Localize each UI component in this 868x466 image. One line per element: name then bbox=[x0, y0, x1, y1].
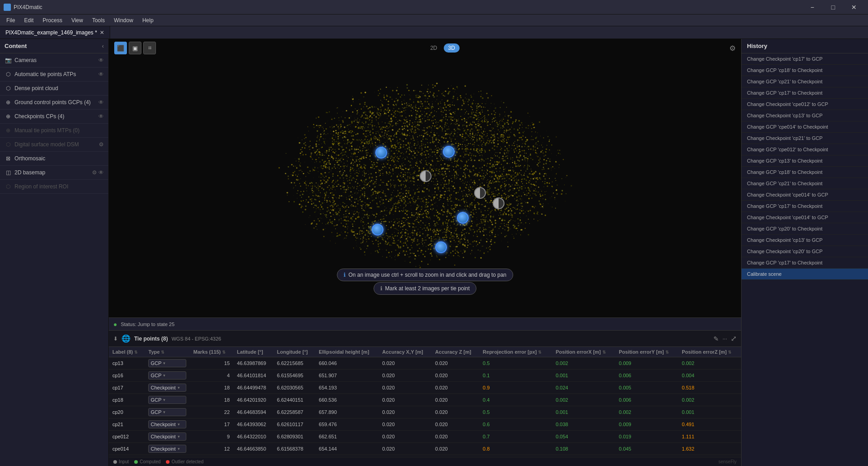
marker-gcp-5[interactable] bbox=[435, 241, 447, 253]
menu-view[interactable]: View bbox=[67, 16, 87, 24]
more-options-button[interactable]: ··· bbox=[723, 336, 727, 342]
history-item[interactable]: Change Checkpoint 'cp20' to GCP bbox=[742, 246, 868, 257]
col-reproj[interactable]: Reprojection error [px] ⇅ bbox=[479, 347, 552, 357]
sidebar-item-mtp[interactable]: ⊕ Manual tie points MTPs (0) bbox=[0, 124, 108, 138]
history-item[interactable]: Change GCP 'cpe014' to Checkpoint bbox=[742, 121, 868, 133]
table-row[interactable]: cp20 GCP ▾ 22 46.64683594 6.62258587 657… bbox=[109, 406, 741, 418]
cell-reproj: 0.5 bbox=[479, 357, 552, 370]
sidebar-item-orthomosaic[interactable]: ⊠ Orthomosaic bbox=[0, 152, 108, 166]
history-item[interactable]: Change Checkpoint 'cpe014' to GCP bbox=[742, 189, 868, 201]
history-item[interactable]: Change GCP 'cp18' to Checkpoint bbox=[742, 167, 868, 178]
menu-file[interactable]: File bbox=[2, 16, 19, 24]
table-row[interactable]: cp21 Checkpoint ▾ 17 46.64393062 6.62610… bbox=[109, 418, 741, 431]
history-item[interactable]: Change GCP 'cp21' to Checkpoint bbox=[742, 178, 868, 189]
sidebar-item-dsm[interactable]: ⬡ Digital surface model DSM ⚙ bbox=[0, 138, 108, 152]
menu-edit[interactable]: Edit bbox=[19, 16, 38, 24]
main-tab[interactable]: PIX4Dmatic_example_1469_images * ✕ bbox=[0, 26, 110, 38]
marker-gcp-1[interactable] bbox=[375, 147, 387, 159]
marker-gcp-3[interactable] bbox=[372, 224, 383, 235]
col-type[interactable]: Type ⇅ bbox=[145, 347, 189, 357]
col-acc-z[interactable]: Accuracy Z [m] bbox=[432, 347, 479, 357]
marker-gcp-4[interactable] bbox=[457, 212, 469, 224]
table-row[interactable]: cp18 GCP ▾ 18 46.64201920 6.62440151 660… bbox=[109, 394, 741, 406]
app-title: PIX4Dmatic bbox=[4, 4, 42, 11]
sidebar-item-cameras[interactable]: 📷 Cameras 👁 bbox=[0, 53, 108, 67]
menu-window[interactable]: Window bbox=[109, 16, 138, 24]
view-3d-button[interactable]: 3D bbox=[444, 43, 460, 53]
cell-type[interactable]: Checkpoint ▾ bbox=[145, 418, 189, 431]
history-item[interactable]: Change GCP 'cp17' to Checkpoint bbox=[742, 87, 868, 99]
sidebar-collapse-button[interactable]: ‹ bbox=[102, 43, 104, 49]
history-item[interactable]: Change GCP 'cpe012' to Checkpoint bbox=[742, 144, 868, 155]
table-row[interactable]: cpe012 Checkpoint ▾ 9 46.64322010 6.6280… bbox=[109, 431, 741, 443]
tab-close-icon[interactable]: ✕ bbox=[100, 29, 104, 36]
sidebar-item-checkpoints[interactable]: ⊕ Checkpoints CPs (4) 👁 bbox=[0, 110, 108, 124]
cell-type[interactable]: Checkpoint ▾ bbox=[145, 431, 189, 443]
col-acc-xy[interactable]: Accuracy X,Y [m] bbox=[378, 347, 432, 357]
scene-3d[interactable]: ℹ On an image use ctrl + scroll to zoom … bbox=[109, 57, 741, 317]
sidebar-item-roi[interactable]: ⬡ Region of interest ROI bbox=[0, 180, 108, 194]
marker-cp-2[interactable] bbox=[474, 187, 486, 199]
cell-lon: 6.62258587 bbox=[273, 406, 315, 418]
atp-label: Automatic tie points ATPs bbox=[15, 71, 96, 77]
cell-type[interactable]: GCP ▾ bbox=[145, 370, 189, 382]
expand-table-button[interactable]: ⤢ bbox=[731, 334, 737, 343]
menu-tools[interactable]: Tools bbox=[87, 16, 109, 24]
cell-height: 662.651 bbox=[315, 431, 378, 443]
table-row[interactable]: cp13 GCP ▾ 15 46.63987869 6.62215685 660… bbox=[109, 357, 741, 370]
download-icon[interactable]: ⬇ bbox=[113, 336, 118, 342]
col-height[interactable]: Ellipsoidal height [m] bbox=[315, 347, 378, 357]
cell-type[interactable]: Checkpoint ▾ bbox=[145, 382, 189, 394]
marker-gcp-2[interactable] bbox=[443, 146, 455, 158]
history-item[interactable]: Change Checkpoint 'cpe012' to GCP bbox=[742, 99, 868, 110]
history-item[interactable]: Change GCP 'cp13' to Checkpoint bbox=[742, 155, 868, 167]
col-pos-y[interactable]: Position errorY [m] ⇅ bbox=[615, 347, 678, 357]
col-lat[interactable]: Latitude [°] bbox=[233, 347, 273, 357]
edit-crs-button[interactable]: ✎ bbox=[713, 335, 719, 342]
history-item[interactable]: Change GCP 'cp21' to Checkpoint bbox=[742, 76, 868, 87]
table-row[interactable]: cp16 GCP ▾ 4 46.64101814 6.61554695 651.… bbox=[109, 370, 741, 382]
sidebar-item-gcp[interactable]: ⊕ Ground control points GCPs (4) 👁 bbox=[0, 96, 108, 110]
history-item[interactable]: Change GCP 'cp17' to Checkpoint bbox=[742, 201, 868, 212]
history-item[interactable]: Change Checkpoint 'cp13' to GCP bbox=[742, 110, 868, 121]
viewport-settings-button[interactable]: ⚙ bbox=[729, 44, 736, 53]
menu-process[interactable]: Process bbox=[38, 16, 67, 24]
cell-type[interactable]: GCP ▾ bbox=[145, 357, 189, 370]
table-row[interactable]: cp17 Checkpoint ▾ 18 46.64499478 6.62030… bbox=[109, 382, 741, 394]
sidebar-item-basemap2d[interactable]: ◫ 2D basemap ⚙ 👁 bbox=[0, 166, 108, 180]
close-button[interactable]: ✕ bbox=[844, 0, 864, 14]
cell-type[interactable]: GCP ▾ bbox=[145, 394, 189, 406]
history-item[interactable]: Change GCP 'cp18' to Checkpoint bbox=[742, 65, 868, 76]
cell-type[interactable]: Checkpoint ▾ bbox=[145, 443, 189, 455]
input-label: Input bbox=[119, 459, 129, 464]
cell-acc-z: 0.020 bbox=[432, 382, 479, 394]
cell-lat: 46.63987869 bbox=[233, 357, 273, 370]
history-item[interactable]: Change Checkpoint 'cp17' to GCP bbox=[742, 53, 868, 65]
col-lon[interactable]: Longitude [°] bbox=[273, 347, 315, 357]
history-item[interactable]: Change Checkpoint 'cp13' to GCP bbox=[742, 235, 868, 246]
cell-label: cpe012 bbox=[109, 431, 145, 443]
menu-help[interactable]: Help bbox=[138, 16, 158, 24]
cell-type[interactable]: GCP ▾ bbox=[145, 406, 189, 418]
crop-tool-button[interactable]: ⌗ bbox=[143, 42, 156, 54]
minimize-button[interactable]: − bbox=[802, 0, 823, 14]
history-item[interactable]: Change GCP 'cp20' to Checkpoint bbox=[742, 223, 868, 235]
maximize-button[interactable]: □ bbox=[823, 0, 844, 14]
sidebar-item-dense-cloud[interactable]: ⬡ Dense point cloud bbox=[0, 82, 108, 96]
sidebar-item-atp[interactable]: ⬡ Automatic tie points ATPs 👁 bbox=[0, 67, 108, 82]
history-item[interactable]: Change GCP 'cp17' to Checkpoint bbox=[742, 257, 868, 269]
col-pos-z[interactable]: Position errorZ [m] ⇅ bbox=[678, 347, 741, 357]
marker-cp-1[interactable] bbox=[420, 170, 432, 182]
history-item[interactable]: Change Checkpoint 'cp21' to GCP bbox=[742, 133, 868, 144]
table-row[interactable]: cpe014 Checkpoint ▾ 12 46.64663850 6.615… bbox=[109, 443, 741, 455]
cell-acc-z: 0.020 bbox=[432, 443, 479, 455]
select-tool-button[interactable]: ⬛ bbox=[114, 42, 127, 54]
marker-cp-3[interactable] bbox=[493, 197, 504, 209]
col-pos-x[interactable]: Position errorX [m] ⇅ bbox=[552, 347, 615, 357]
history-item[interactable]: Change Checkpoint 'cpe014' to GCP bbox=[742, 212, 868, 223]
col-label[interactable]: Label (8) ⇅ bbox=[109, 347, 145, 357]
history-item[interactable]: Calibrate scene bbox=[742, 269, 868, 280]
rectangle-tool-button[interactable]: ▣ bbox=[129, 42, 141, 54]
col-marks[interactable]: Marks (115) ⇅ bbox=[190, 347, 233, 357]
view-2d-button[interactable]: 2D bbox=[426, 43, 441, 53]
